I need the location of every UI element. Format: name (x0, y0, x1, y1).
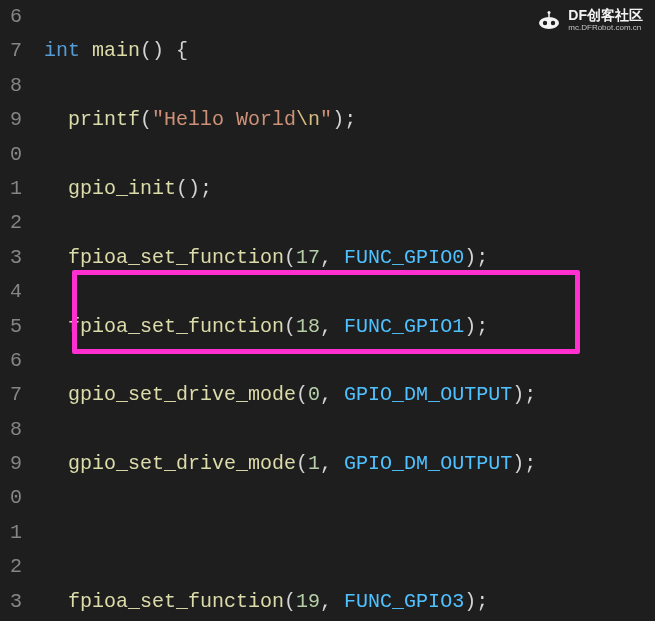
svg-point-1 (543, 21, 547, 25)
code-line[interactable]: fpioa_set_function(19, FUNC_GPIO3); (32, 585, 655, 619)
line-gutter: 6 7 8 9 0 1 2 3 4 5 6 7 8 9 0 1 2 3 (0, 0, 32, 621)
line-number: 8 (0, 69, 22, 103)
line-number: 8 (0, 413, 22, 447)
line-number: 7 (0, 34, 22, 68)
line-number: 7 (0, 378, 22, 412)
code-line[interactable]: fpioa_set_function(17, FUNC_GPIO0); (32, 241, 655, 275)
line-number: 9 (0, 103, 22, 137)
line-number: 3 (0, 241, 22, 275)
line-number: 4 (0, 275, 22, 309)
line-number: 1 (0, 172, 22, 206)
svg-point-4 (548, 11, 551, 14)
line-number: 6 (0, 344, 22, 378)
svg-point-0 (539, 17, 559, 29)
code-line[interactable] (32, 516, 655, 550)
watermark-url: mc.DFRobot.com.cn (568, 24, 643, 32)
line-number: 2 (0, 550, 22, 584)
line-number: 0 (0, 138, 22, 172)
code-line[interactable]: gpio_set_drive_mode(1, GPIO_DM_OUTPUT); (32, 447, 655, 481)
line-number: 0 (0, 481, 22, 515)
code-editor[interactable]: 6 7 8 9 0 1 2 3 4 5 6 7 8 9 0 1 2 3 int … (0, 0, 655, 621)
watermark: DF创客社区 mc.DFRobot.com.cn (536, 8, 643, 32)
line-number: 5 (0, 310, 22, 344)
code-line[interactable]: gpio_init(); (32, 172, 655, 206)
watermark-text: DF创客社区 (568, 8, 643, 22)
line-number: 3 (0, 585, 22, 619)
svg-point-2 (551, 21, 555, 25)
line-number: 2 (0, 206, 22, 240)
line-number: 6 (0, 0, 22, 34)
line-number: 9 (0, 447, 22, 481)
robot-icon (536, 11, 562, 29)
code-line[interactable]: fpioa_set_function(18, FUNC_GPIO1); (32, 310, 655, 344)
line-number: 1 (0, 516, 22, 550)
code-area[interactable]: int main() { printf("Hello World\n"); gp… (32, 0, 655, 621)
code-line[interactable]: gpio_set_drive_mode(0, GPIO_DM_OUTPUT); (32, 378, 655, 412)
code-line[interactable]: printf("Hello World\n"); (32, 103, 655, 137)
code-line[interactable]: int main() { (32, 34, 655, 68)
